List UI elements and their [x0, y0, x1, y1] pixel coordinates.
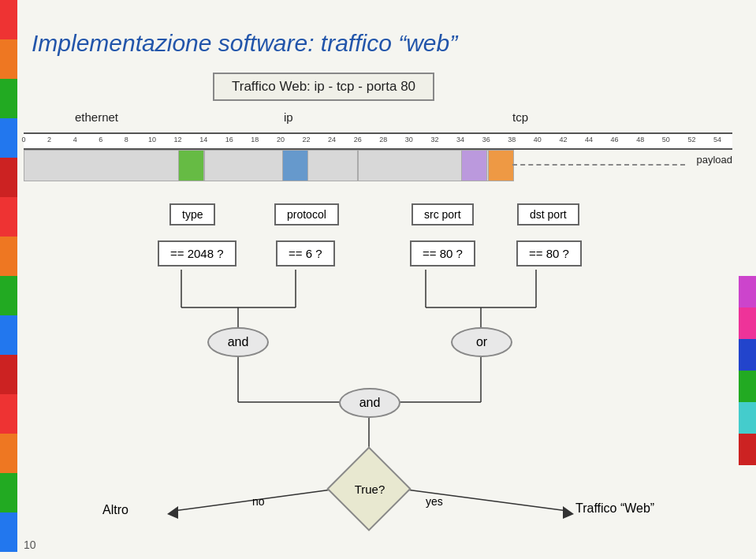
page-number: 10 — [24, 539, 36, 551]
altro-label: Altro — [102, 503, 128, 517]
traffico-web-label: Traffico “Web” — [575, 501, 654, 516]
dstport-condition-group: == 80 ? — [516, 240, 582, 266]
srcport-condition-box: == 80 ? — [410, 240, 475, 266]
ethernet-label: ethernet — [75, 110, 118, 124]
dstport-field-box: dst port — [517, 203, 579, 225]
type-field-box: type — [169, 203, 215, 225]
protocol-field-box: protocol — [274, 203, 339, 225]
dstport-field-bar — [488, 150, 514, 181]
diamond-label: True? — [337, 470, 402, 508]
payload-label: payload — [696, 154, 732, 166]
traffico-label-box: Traffico Web: ip - tcp - porta 80 — [213, 73, 434, 101]
packet-diagram: ethernet ip tcp 024681012141618202224262… — [24, 110, 732, 181]
srcport-condition-group: == 80 ? — [410, 240, 475, 266]
dstport-field-group: dst port — [517, 203, 579, 225]
dashed-payload-line — [512, 164, 685, 166]
dstport-condition-box: == 80 ? — [516, 240, 582, 266]
type-condition-group: == 2048 ? — [158, 240, 236, 266]
packet-bars: payload — [24, 150, 732, 181]
type-field-group: type — [169, 203, 215, 225]
ethernet-bar — [24, 150, 203, 181]
tcp-label: tcp — [512, 110, 528, 124]
or-node: or — [451, 327, 512, 357]
srcport-field-bar — [461, 150, 487, 181]
type-condition-box: == 2048 ? — [158, 240, 236, 266]
ip-label: ip — [284, 110, 293, 124]
svg-marker-16 — [167, 506, 178, 519]
and2-node: and — [339, 388, 400, 418]
and1-node: and — [207, 327, 269, 357]
no-label: no — [252, 495, 265, 508]
yes-label: yes — [426, 495, 443, 508]
type-field-bar — [178, 150, 204, 181]
color-strip-right — [739, 276, 756, 465]
ruler: 0246810121416182022242628303234363840424… — [24, 132, 732, 150]
page-title: Implementazione software: traffico “web” — [32, 30, 457, 57]
protocol-condition-group: == 6 ? — [276, 240, 335, 266]
protocol-field-bar — [282, 150, 308, 181]
protocol-field-group: protocol — [274, 203, 339, 225]
protocol-condition-box: == 6 ? — [276, 240, 335, 266]
srcport-field-group: src port — [412, 203, 474, 225]
color-strip-left — [0, 0, 17, 559]
svg-marker-14 — [563, 506, 574, 519]
ip-bar — [204, 150, 358, 181]
srcport-field-box: src port — [412, 203, 474, 225]
